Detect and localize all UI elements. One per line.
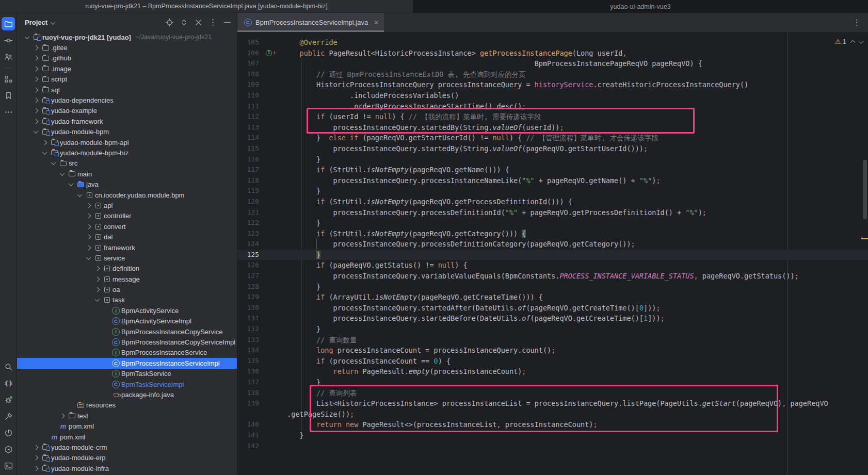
structure-tool-icon[interactable]: [2, 72, 15, 86]
code-line-132[interactable]: 132 }: [237, 324, 868, 335]
tree-row-framework[interactable]: framework: [17, 242, 237, 253]
editor-scrollbar-thumb[interactable]: [863, 160, 867, 219]
tree-row-bpmactivityservice[interactable]: IBpmActivityService: [17, 305, 237, 316]
chevron-right-icon[interactable]: [92, 288, 102, 291]
more-tool-windows-icon[interactable]: [2, 105, 15, 119]
tree-row-bpmprocessinstancecopyservice[interactable]: IBpmProcessInstanceCopyService: [17, 326, 237, 337]
tree-row-yudao-module-crm[interactable]: yudao-module-crm: [17, 442, 237, 452]
options-kebab-icon[interactable]: [208, 18, 217, 27]
tree-row-pom-xml[interactable]: mpom.xml: [17, 421, 237, 431]
tab-bpmprocessinstanceserviceimpl[interactable]: C BpmProcessInstanceServiceImpl.java ✕: [237, 13, 384, 32]
chevron-down-icon[interactable]: [75, 193, 84, 197]
inspections-widget[interactable]: ⚠ 1: [835, 37, 863, 47]
next-problem-icon[interactable]: [859, 39, 864, 44]
chevron-down-icon[interactable]: [22, 36, 31, 39]
tree-row--gitee[interactable]: .gitee: [17, 42, 237, 53]
debug-tool-icon[interactable]: [2, 393, 15, 406]
chevron-right-icon[interactable]: [84, 225, 93, 228]
code-line-124[interactable]: 124 processInstanceQuery.processDefiniti…: [237, 239, 868, 250]
chevron-right-icon[interactable]: [31, 99, 40, 102]
chevron-right-icon[interactable]: [31, 446, 40, 449]
code-line-118[interactable]: 118 processInstanceQuery.processInstance…: [237, 175, 868, 186]
code-line-126[interactable]: 126 if (pageReqVO.getStatus() != null) {: [237, 260, 868, 271]
project-dropdown-chevron-icon[interactable]: [51, 19, 55, 26]
chevron-right-icon[interactable]: [31, 56, 40, 60]
chevron-down-icon[interactable]: [31, 130, 40, 134]
tree-row-test[interactable]: test: [17, 411, 237, 421]
tree-row-bpmtaskserviceimpl[interactable]: CBpmTaskServiceImpl: [17, 379, 237, 389]
chevron-right-icon[interactable]: [84, 246, 93, 250]
tree-row-yudao-module-bpm-api[interactable]: yudao-module-bpm-api: [17, 137, 237, 148]
tree-row-sql[interactable]: sql: [17, 85, 237, 95]
chevron-right-icon[interactable]: [40, 141, 49, 144]
code-line-122[interactable]: 122 }: [237, 218, 868, 228]
chevron-right-icon[interactable]: [92, 267, 102, 270]
tree-row-yudao-module-infra[interactable]: yudao-module-infra: [17, 463, 237, 473]
code-line-133[interactable]: 133 // 查询数量: [237, 335, 868, 346]
chevron-down-icon[interactable]: [92, 298, 102, 302]
code-line-116[interactable]: 116 }: [237, 154, 868, 165]
profiler-tool-icon[interactable]: [2, 426, 15, 439]
tree-row-yudao-module-erp[interactable]: yudao-module-erp: [17, 453, 237, 463]
tree-row-bpmprocessinstanceservice[interactable]: IBpmProcessInstanceService: [17, 348, 237, 358]
chevron-right-icon[interactable]: [31, 46, 40, 50]
pull-requests-tool-icon[interactable]: ?: [2, 50, 15, 63]
tree-row-message[interactable]: message: [17, 274, 237, 284]
tree-row-yudao-dependencies[interactable]: yudao-dependencies: [17, 95, 237, 105]
chevron-right-icon[interactable]: [84, 235, 93, 239]
tree-row-definition[interactable]: definition: [17, 264, 237, 274]
chevron-down-icon[interactable]: [66, 183, 75, 186]
tree-row-yudao-module-bpm[interactable]: yudao-module-bpm: [17, 127, 237, 137]
code-line-135[interactable]: 135 if (processInstanceCount == 0) {: [237, 356, 868, 367]
expand-all-icon[interactable]: [180, 18, 188, 27]
tree-row-cn-iocoder-yudao-module-bpm[interactable]: cn.iocoder.yudao.module.bpm: [17, 190, 237, 200]
tree-row--github[interactable]: .github: [17, 53, 237, 63]
code-line-142[interactable]: 142: [237, 441, 868, 452]
tree-row-package-info-java[interactable]: package-info.java: [17, 389, 237, 400]
tree-row-yudao-example[interactable]: yudao-example: [17, 106, 237, 116]
tree-row-convert[interactable]: convert: [17, 221, 237, 232]
code-line-123[interactable]: 123 if (StrUtil.isNotEmpty(pageReqVO.get…: [237, 228, 868, 239]
prev-problem-icon[interactable]: [850, 40, 856, 45]
code-line-105[interactable]: 105 @Override: [237, 37, 868, 48]
overrides-method-gutter-icon[interactable]: I↑: [259, 48, 283, 59]
tree-row-task[interactable]: task: [17, 295, 237, 305]
code-line-125[interactable]: 125 }: [237, 250, 868, 260]
chevron-right-icon[interactable]: [31, 77, 40, 81]
chevron-right-icon[interactable]: [31, 109, 40, 112]
chevron-right-icon[interactable]: [84, 214, 93, 218]
tree-row-api[interactable]: api: [17, 200, 237, 210]
chevron-down-icon[interactable]: [49, 161, 58, 165]
terminal-tool-icon[interactable]: [2, 459, 15, 472]
tree-row-dal[interactable]: dal: [17, 232, 237, 242]
code-line-106[interactable]: 106I↑ public PageResult<HistoricProcessI…: [237, 48, 868, 59]
chevron-down-icon[interactable]: [57, 172, 67, 176]
tree-row-main[interactable]: main: [17, 169, 237, 179]
tree-row-oa[interactable]: oa: [17, 284, 237, 294]
chevron-down-icon[interactable]: [84, 256, 93, 260]
code-line-134[interactable]: 134 long processInstanceCount = processI…: [237, 345, 868, 356]
code-line-131[interactable]: 131 processInstanceQuery.startedBefore(D…: [237, 313, 868, 324]
tree-row-bpmprocessinstancecopyserviceimpl[interactable]: CBpmProcessInstanceCopyServiceImpl: [17, 337, 237, 347]
tree-row-script[interactable]: script: [17, 74, 237, 85]
tree-row-bpmtaskservice[interactable]: IBpmTaskService: [17, 369, 237, 379]
code-line-108[interactable]: 108 // 通过 BpmProcessInstanceExtDO 表, 先查询…: [237, 69, 868, 80]
tree-row-java[interactable]: java: [17, 179, 237, 189]
tree-row-ruoyi-vue-pro-jdk21-yudao-[interactable]: ruoyi-vue-pro-jdk21 [yudao]~/Java/ruoyi-…: [17, 32, 237, 42]
collapse-all-icon[interactable]: [194, 18, 203, 27]
tree-row-service[interactable]: service: [17, 253, 237, 263]
code-line-130[interactable]: 130 processInstanceQuery.startedAfter(Da…: [237, 303, 868, 314]
code-line-121[interactable]: 121 processInstanceQuery.processDefiniti…: [237, 207, 868, 218]
chevron-right-icon[interactable]: [31, 120, 40, 123]
code-line-109[interactable]: 109 HistoricProcessInstanceQuery process…: [237, 79, 868, 90]
code-line-120[interactable]: 120 if (StrUtil.isNotEmpty(pageReqVO.get…: [237, 196, 868, 207]
services-tool-icon[interactable]: [2, 443, 15, 456]
bookmarks-tool-icon[interactable]: [2, 89, 15, 102]
code-line-107[interactable]: 107 BpmProcessInstancePageReqVO pageReqV…: [237, 58, 868, 69]
chevron-right-icon[interactable]: [84, 204, 93, 207]
tree-row-src[interactable]: src: [17, 158, 237, 169]
code-line-114[interactable]: 114 } else if (pageReqVO.getStartUserId(…: [237, 133, 868, 143]
chevron-right-icon[interactable]: [92, 277, 102, 281]
tree-row-yudao-module-bpm-biz[interactable]: yudao-module-bpm-biz: [17, 148, 237, 158]
tree-row-bpmactivityserviceimpl[interactable]: CBpmActivityServiceImpl: [17, 316, 237, 326]
